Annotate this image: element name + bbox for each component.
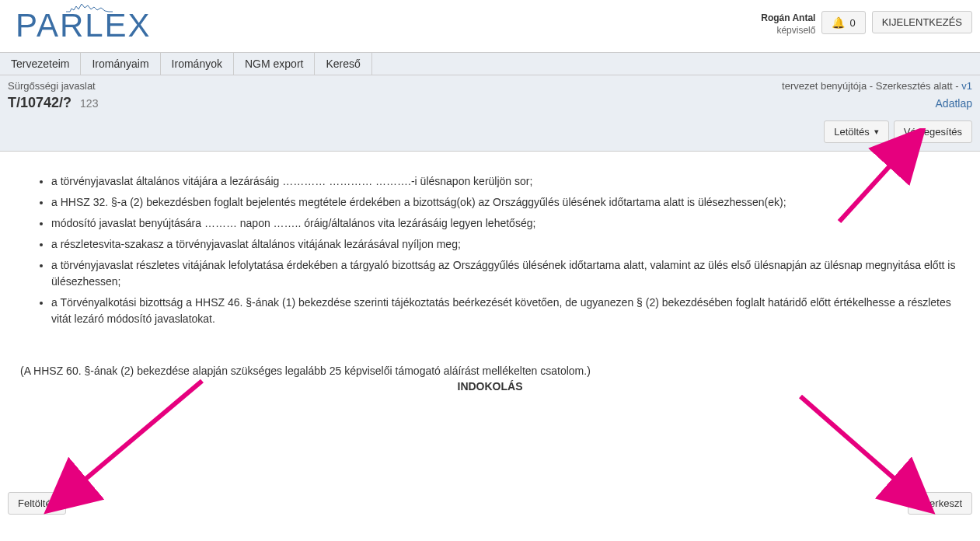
navbar: Tervezeteim Irományaim Irományok NGM exp… [0, 53, 980, 75]
doc-id-suffix: 123 [80, 97, 98, 110]
logo: PARLEX [8, 3, 159, 52]
edit-button[interactable]: Szerkeszt [908, 492, 972, 515]
header: PARLEX Rogán Antal képviselő 🔔 0 KIJELEN… [0, 0, 980, 53]
user-role: képviselő [761, 25, 815, 37]
section-title: INDOKOLÁS [20, 380, 960, 393]
notifications-count: 0 [849, 17, 855, 29]
footer-buttons: Feltöltés Szerkeszt [0, 487, 980, 522]
nav-kereso[interactable]: Kereső [315, 53, 371, 75]
list-item: a Törvényalkotási bizottság a HHSZ 46. §… [51, 295, 960, 327]
list-item: módosító javaslat benyújtására ……… napon… [51, 215, 960, 232]
list-item: a HHSZ 32. §-a (2) bekezdésben foglalt b… [51, 194, 960, 211]
doc-id: T/10742/? 123 [8, 95, 98, 111]
adatlap-link[interactable]: Adatlap [936, 97, 972, 110]
notifications-button[interactable]: 🔔 0 [821, 11, 865, 34]
attachment-note: (A HHSZ 60. §-ának (2) bekezdése alapján… [20, 365, 960, 377]
logout-button[interactable]: KIJELENTKEZÉS [872, 11, 972, 33]
subheader: Sürgősségi javaslat tervezet benyújtója … [0, 75, 980, 152]
content-panel: a törvényjavaslat általános vitájára a l… [5, 156, 975, 483]
doc-status: tervezet benyújtója - Szerkesztés alatt … [782, 80, 961, 92]
nav-ngm-export[interactable]: NGM export [234, 53, 315, 75]
list-item: a törvényjavaslat részletes vitájának le… [51, 257, 960, 290]
user-info: Rogán Antal képviselő [761, 11, 815, 37]
chevron-down-icon: ▾ [874, 127, 879, 137]
list-item: a részletesvita-szakasz a törvényjavasla… [51, 236, 960, 253]
list-item: a törvényjavaslat általános vitájára a l… [51, 173, 960, 190]
bullet-list: a törvényjavaslat általános vitájára a l… [51, 173, 960, 327]
nav-iromanyaim[interactable]: Irományaim [81, 53, 160, 75]
logo-skyline-icon [66, 2, 113, 12]
finalize-button[interactable]: Véglegesítés [894, 120, 972, 143]
logo-text: PARLEX [16, 7, 152, 44]
upload-button[interactable]: Feltöltés [8, 492, 66, 515]
bell-icon: 🔔 [832, 16, 845, 29]
download-button[interactable]: Letöltés ▾ [824, 120, 889, 143]
user-name: Rogán Antal [761, 12, 815, 25]
nav-tervezeteim[interactable]: Tervezeteim [0, 53, 81, 75]
doc-type-label: Sürgősségi javaslat [8, 80, 96, 92]
version-link[interactable]: v1 [961, 80, 972, 92]
nav-iromanyok[interactable]: Irományok [161, 53, 234, 75]
